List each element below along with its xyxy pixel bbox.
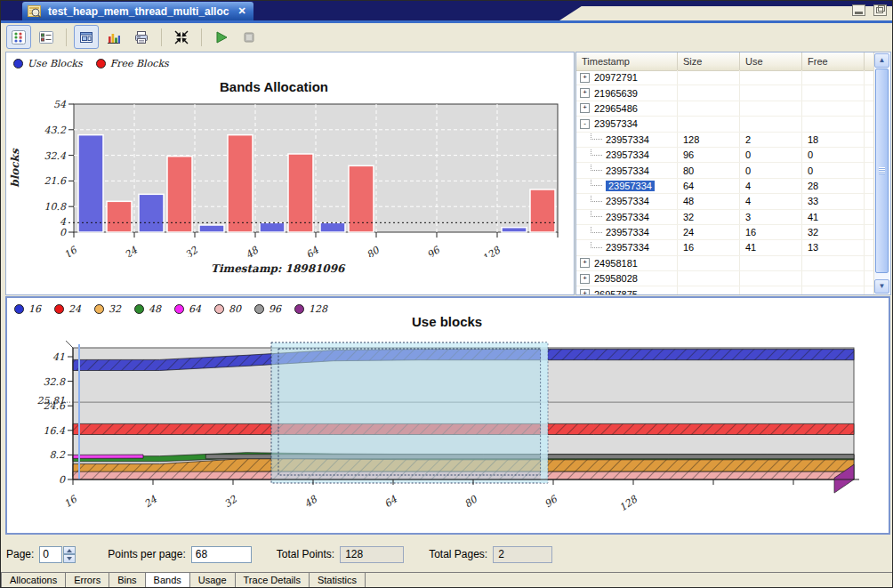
tab-bins[interactable]: Bins	[109, 573, 145, 588]
table-scrollbar[interactable]: ▲ ▼	[873, 53, 889, 294]
size-cell[interactable]: 48	[678, 194, 740, 208]
bands-bar-chart[interactable]: 45443.232.421.610.8016243248648096128blo…	[6, 95, 574, 257]
column-header-size[interactable]: Size	[678, 52, 740, 70]
size-cell[interactable]	[678, 70, 740, 85]
free-cell[interactable]	[802, 117, 865, 131]
size-cell[interactable]	[678, 85, 740, 100]
use-cell[interactable]: 2	[740, 133, 802, 147]
list-view-icon[interactable]	[34, 25, 59, 49]
table-row[interactable]: +24958181	[576, 256, 874, 271]
table-row[interactable]: +20972791	[576, 70, 874, 85]
size-cell[interactable]	[678, 286, 740, 294]
size-cell[interactable]: 80	[678, 163, 740, 177]
spinner-down-icon[interactable]	[63, 554, 76, 563]
table-row[interactable]: 239573348000	[576, 163, 874, 178]
column-header-free[interactable]: Free	[802, 52, 865, 70]
expand-icon[interactable]: +	[580, 289, 590, 294]
collapse-icon[interactable]: -	[580, 119, 590, 129]
free-cell[interactable]	[802, 256, 865, 270]
table-row[interactable]: 2395733432341	[576, 210, 874, 225]
use-cell[interactable]	[740, 256, 802, 270]
tab-bands[interactable]: Bands	[145, 573, 190, 588]
scroll-up-icon[interactable]: ▲	[874, 53, 889, 68]
size-cell[interactable]: 32	[678, 210, 740, 224]
tab-trace-details[interactable]: Trace Details	[235, 573, 310, 588]
use-cell[interactable]: 4	[740, 194, 802, 208]
timestamp-cell[interactable]: +25958028	[576, 271, 678, 286]
restore-icon[interactable]	[873, 4, 887, 16]
tab-errors[interactable]: Errors	[65, 573, 109, 588]
timestamp-cell[interactable]: +26957875	[576, 286, 678, 294]
free-cell[interactable]: 41	[802, 210, 865, 224]
size-cell[interactable]	[678, 101, 740, 116]
bar-chart-view-icon[interactable]	[101, 25, 126, 49]
usage-area-chart[interactable]: 4132.824.616.48.2025.8116243248648096128	[7, 337, 887, 524]
free-cell[interactable]	[802, 286, 865, 294]
timestamp-cell[interactable]: +24958181	[576, 256, 678, 270]
expand-icon[interactable]: +	[580, 258, 590, 268]
table-row[interactable]: +21965639	[576, 85, 874, 101]
table-row[interactable]: 23957334164113	[576, 240, 874, 255]
use-cell[interactable]	[740, 85, 802, 100]
timestamp-cell[interactable]: 23957334	[576, 225, 678, 239]
table-row[interactable]: +22965486	[576, 101, 874, 117]
use-cell[interactable]	[740, 117, 802, 131]
table-row[interactable]: 2395733448433	[576, 194, 874, 209]
table-row[interactable]: 2395733464428	[576, 179, 874, 194]
use-cell[interactable]: 41	[740, 240, 802, 254]
size-cell[interactable]	[678, 256, 740, 270]
expand-icon[interactable]: +	[580, 103, 590, 113]
free-cell[interactable]: 32	[802, 225, 865, 239]
stop-icon[interactable]	[237, 25, 261, 49]
table-row[interactable]: -23957334	[576, 117, 874, 132]
use-cell[interactable]: 4	[740, 179, 802, 193]
size-cell[interactable]: 96	[678, 148, 740, 162]
free-cell[interactable]	[802, 70, 865, 85]
chart-window-view-icon[interactable]	[74, 25, 99, 49]
print-icon[interactable]	[129, 25, 154, 49]
tab-usage[interactable]: Usage	[189, 573, 236, 588]
timestamp-cell[interactable]: 23957334	[576, 179, 678, 193]
table-row[interactable]: 23957334128218	[576, 133, 874, 148]
use-cell[interactable]	[740, 70, 802, 85]
expand-icon[interactable]: +	[580, 73, 590, 83]
timestamp-cell[interactable]: 23957334	[576, 210, 678, 224]
column-header-use[interactable]: Use	[740, 52, 802, 70]
timestamp-cell[interactable]: 23957334	[576, 133, 678, 147]
size-cell[interactable]	[678, 271, 740, 286]
points-per-page-input[interactable]	[191, 546, 252, 563]
close-icon[interactable]: ✕	[234, 5, 245, 17]
size-cell[interactable]: 64	[678, 179, 740, 193]
scroll-down-icon[interactable]: ▼	[874, 279, 889, 294]
use-cell[interactable]	[740, 101, 802, 116]
size-cell[interactable]: 16	[678, 240, 740, 254]
run-icon[interactable]	[209, 25, 234, 49]
use-cell[interactable]: 3	[740, 210, 802, 224]
free-cell[interactable]	[802, 271, 865, 286]
free-cell[interactable]	[802, 85, 865, 100]
timestamp-cell[interactable]: 23957334	[576, 163, 678, 177]
table-row[interactable]: +25958028	[576, 271, 874, 286]
page-spinner[interactable]	[39, 546, 62, 563]
timestamp-cell[interactable]: 23957334	[576, 240, 678, 254]
timestamp-cell[interactable]: 23957334	[576, 194, 678, 208]
timestamp-cell[interactable]: +21965639	[576, 85, 678, 100]
use-cell[interactable]: 16	[740, 225, 802, 239]
table-row[interactable]: 23957334241632	[576, 225, 874, 240]
column-header-timestamp[interactable]: Timestamp	[576, 52, 678, 70]
timestamp-cell[interactable]: -23957334	[576, 117, 678, 131]
fit-to-screen-icon[interactable]	[169, 25, 194, 49]
free-cell[interactable]: 0	[802, 163, 865, 177]
tab-allocations[interactable]: Allocations	[1, 573, 66, 588]
expand-icon[interactable]: +	[580, 88, 590, 98]
scrollbar-thumb[interactable]	[875, 68, 889, 273]
free-cell[interactable]: 13	[802, 240, 865, 254]
free-cell[interactable]: 18	[802, 133, 865, 147]
use-cell[interactable]	[740, 271, 802, 286]
use-cell[interactable]: 0	[740, 148, 802, 162]
table-row[interactable]: +26957875	[576, 286, 874, 294]
free-cell[interactable]: 0	[802, 148, 865, 162]
free-cell[interactable]: 28	[802, 179, 865, 193]
timestamp-cell[interactable]: 23957334	[576, 148, 678, 162]
table-row[interactable]: 239573349600	[576, 148, 874, 163]
